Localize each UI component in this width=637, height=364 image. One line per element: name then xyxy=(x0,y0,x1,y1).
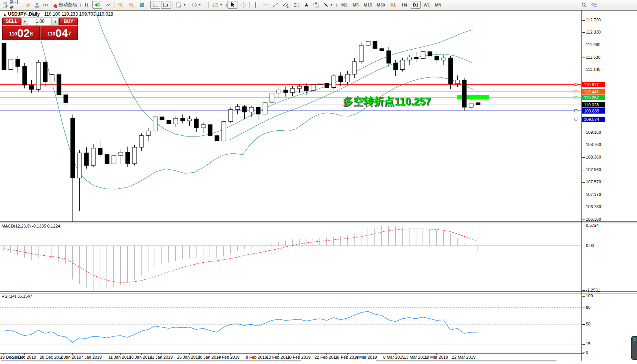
buy-price-button[interactable]: 110047 xyxy=(40,26,78,40)
tile-windows-button[interactable] xyxy=(137,1,147,9)
tab-timeframe-m5[interactable]: M5 xyxy=(350,1,361,9)
axis-tick-label: 111.530 xyxy=(586,55,600,59)
chevron-down-icon: ▼ xyxy=(198,3,202,6)
axis-tick-label: 80 xyxy=(586,305,590,309)
sell-button[interactable]: SELL xyxy=(2,18,21,25)
candle-body xyxy=(153,117,157,131)
tab-timeframe-w1[interactable]: W1 xyxy=(421,1,432,9)
price-line-handle[interactable] xyxy=(575,83,577,86)
docked-panel-top xyxy=(1,361,301,364)
candle-body xyxy=(105,154,109,164)
chat-button[interactable] xyxy=(589,1,599,9)
fibonacci-tool[interactable]: F xyxy=(292,1,302,9)
candle-body xyxy=(332,76,336,88)
price-axis[interactable]: 112.720112.330111.930111.530111.140109.1… xyxy=(582,10,637,361)
candle-body xyxy=(393,63,398,70)
text-a-icon: A xyxy=(303,2,310,8)
new-chart-dropdown[interactable]: ▼ xyxy=(174,1,188,9)
trendline-tool[interactable] xyxy=(271,1,280,9)
profiles-dropdown[interactable]: ▼ xyxy=(189,1,203,9)
history-center-button[interactable] xyxy=(24,1,32,9)
zoom-in-icon xyxy=(118,2,124,8)
candlestick-chart-button[interactable] xyxy=(92,1,102,9)
candle-body xyxy=(263,103,267,114)
candle-body xyxy=(112,156,116,164)
zoom-out-button[interactable] xyxy=(126,1,136,9)
candle-body xyxy=(71,118,75,178)
volume-decrease-button[interactable]: ▼ xyxy=(21,18,28,25)
highlight-rect[interactable] xyxy=(457,95,489,99)
tab-timeframe-h4[interactable]: H4 xyxy=(399,1,410,9)
auto-scroll-button[interactable] xyxy=(150,1,160,9)
date-label: 4 Mar 2019 xyxy=(356,355,377,359)
chart-shift-button[interactable] xyxy=(161,1,171,9)
search-button[interactable] xyxy=(579,1,589,9)
buy-price-pip: 7 xyxy=(68,26,71,41)
axis-tick-label: 108.360 xyxy=(586,155,601,159)
tab-timeframe-mn[interactable]: MN xyxy=(433,1,443,9)
candle-body xyxy=(50,75,54,82)
candle-body xyxy=(208,125,212,136)
price-line-handle[interactable] xyxy=(575,110,577,112)
candle-body xyxy=(16,59,20,66)
price-line-handle[interactable] xyxy=(575,91,577,93)
vertical-line-tool[interactable] xyxy=(251,1,260,9)
text-label-tool[interactable]: T xyxy=(311,1,321,9)
horizontal-line-icon xyxy=(263,2,269,8)
new-order-button[interactable]: 新订单 xyxy=(1,1,24,9)
indicators-dropdown[interactable]: ▼ xyxy=(211,1,224,9)
text-tool[interactable]: A xyxy=(302,1,311,9)
chart-canvas[interactable] xyxy=(0,0,637,364)
profile-button[interactable] xyxy=(33,1,41,9)
zoom-in-button[interactable] xyxy=(116,1,126,9)
equidistant-channel-tool[interactable]: E xyxy=(281,1,291,9)
profile-icon xyxy=(34,2,40,8)
price-line-label: 110.257 xyxy=(582,95,605,100)
tab-timeframe-m15[interactable]: M15 xyxy=(362,1,374,9)
candle-body xyxy=(215,136,219,141)
chevron-down-icon: ▼ xyxy=(183,3,186,6)
svg-text:T: T xyxy=(315,3,317,7)
candle-body xyxy=(290,88,295,93)
docked-toolbar-edge[interactable] xyxy=(631,336,637,360)
date-label: 2 Jan 2019 xyxy=(60,355,81,359)
tab-timeframe-m1[interactable]: M1 xyxy=(339,1,350,9)
volume-input[interactable] xyxy=(29,18,52,25)
candle-body xyxy=(352,62,356,74)
macd-label: MACD(12,26,9) -0.1335 0.1224 xyxy=(2,224,60,228)
crosshair-button[interactable] xyxy=(238,1,248,9)
candle-body xyxy=(284,90,288,93)
line-chart-button[interactable] xyxy=(103,1,113,9)
arrows-dropdown[interactable]: ▼ xyxy=(321,1,334,9)
axis-tick-label: 112.330 xyxy=(586,30,601,34)
candle-body xyxy=(98,148,102,155)
cursor-icon xyxy=(229,2,235,8)
buy-button[interactable]: BUY xyxy=(59,18,78,25)
time-axis[interactable]: 19 Dec 201824 Dec 201828 Dec 20182 Jan 2… xyxy=(0,354,582,361)
tab-timeframe-h1[interactable]: H1 xyxy=(388,1,398,9)
auto-trading-button[interactable]: 自动交易 xyxy=(50,1,79,9)
collapse-panel-icon[interactable]: ▲ xyxy=(3,13,6,16)
axis-tick-label: 106.780 xyxy=(586,204,601,209)
tab-timeframe-m30[interactable]: M30 xyxy=(375,1,387,9)
candle-body xyxy=(229,109,233,121)
toolbar-separator xyxy=(173,2,173,8)
candle-body xyxy=(345,74,350,82)
date-label: 21 Jan 2019 xyxy=(150,355,173,359)
volume-increase-button[interactable]: ▲ xyxy=(52,18,59,25)
price-line-handle[interactable] xyxy=(575,118,577,120)
channel-icon: E xyxy=(283,2,289,8)
signals-button[interactable] xyxy=(41,1,50,9)
chart-annotation-text[interactable]: 多空转折点110.257 xyxy=(343,95,431,108)
signal-icon xyxy=(42,2,48,8)
cursor-button[interactable] xyxy=(227,1,237,9)
price-line-handle[interactable] xyxy=(575,96,577,99)
sell-price-button[interactable]: 110028 xyxy=(2,26,40,40)
horizontal-line-tool[interactable] xyxy=(261,1,270,9)
candle-body xyxy=(325,83,329,88)
chat-icon xyxy=(591,2,598,8)
tab-timeframe-d1[interactable]: D1 xyxy=(411,1,421,9)
bar-chart-button[interactable] xyxy=(82,1,92,9)
date-label: 11 Jan 2019 xyxy=(108,355,131,359)
candle-body xyxy=(476,103,480,105)
